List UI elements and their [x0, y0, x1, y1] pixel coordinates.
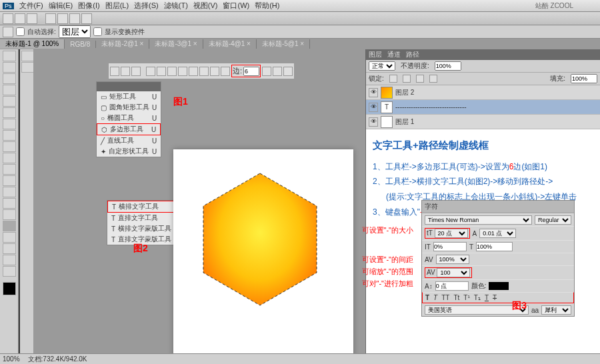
flyout-item[interactable]: ▭矩形工具U — [97, 91, 161, 102]
opt-btn[interactable] — [273, 67, 282, 76]
brush-tool[interactable] — [3, 130, 16, 141]
opt-btn[interactable] — [110, 67, 119, 76]
font-style[interactable]: Regular — [535, 215, 571, 225]
toolbar-btn[interactable] — [15, 13, 25, 24]
baseline[interactable] — [435, 281, 469, 291]
wand-tool[interactable] — [3, 85, 16, 95]
lasso-tool[interactable] — [3, 73, 16, 84]
menu-image[interactable]: 图像(I) — [78, 1, 99, 11]
font-family[interactable]: Times New Roman — [425, 215, 532, 225]
visibility-icon[interactable]: 👁 — [369, 117, 378, 127]
blend-mode[interactable]: 正常 — [369, 61, 395, 71]
lock-icon[interactable] — [389, 75, 397, 83]
menu-edit[interactable]: 编辑(E) — [49, 1, 73, 11]
zoom-tool[interactable] — [3, 266, 16, 277]
bold-btn[interactable]: T — [425, 294, 429, 301]
doc-tab[interactable]: 未标题-2@1 × — [96, 39, 149, 49]
doc-tab[interactable]: 未标题-5@1 × — [257, 39, 310, 49]
opt-btn[interactable] — [146, 67, 155, 76]
history-brush-tool[interactable] — [3, 153, 16, 163]
layer-row[interactable]: 👁 图层 1 — [366, 115, 600, 129]
flyout-item[interactable]: ✦自定形状工具U — [97, 146, 161, 157]
doc-tab[interactable]: RGB/8 — [65, 41, 96, 48]
move-tool[interactable] — [3, 51, 16, 61]
opt-btn[interactable] — [178, 67, 187, 76]
opt-btn[interactable] — [167, 67, 177, 76]
doc-tab[interactable]: 未标题-4@1 × — [203, 39, 257, 49]
mini-tool[interactable] — [21, 62, 35, 73]
auto-select-checkbox[interactable] — [16, 27, 25, 36]
zoom-level[interactable]: 100% — [3, 355, 20, 363]
opt-btn[interactable] — [121, 67, 130, 76]
lock-icon[interactable] — [403, 75, 411, 83]
path-select-tool[interactable] — [3, 232, 16, 243]
artboard[interactable] — [173, 149, 353, 363]
menu-window[interactable]: 窗口(W) — [223, 1, 249, 11]
crop-tool[interactable] — [3, 96, 16, 107]
opt-btn[interactable] — [199, 67, 209, 76]
visibility-icon[interactable]: 👁 — [369, 88, 378, 97]
type-tool[interactable] — [3, 221, 16, 231]
flyout-item-htype[interactable]: T横排文字工具 — [107, 201, 175, 213]
super-btn[interactable]: T¹ — [463, 294, 469, 301]
shape-tool[interactable] — [3, 243, 16, 254]
layer-row[interactable]: 👁 图层 2 — [366, 85, 600, 100]
auto-select-mode[interactable]: 图层 — [59, 25, 91, 38]
layer-row[interactable]: 👁 T -------------------------------- — [366, 100, 600, 115]
flyout-item[interactable]: ○椭圆工具U — [97, 113, 161, 123]
opt-btn[interactable] — [262, 67, 271, 76]
toolbar-btn[interactable] — [57, 13, 68, 24]
show-transform-checkbox[interactable] — [93, 27, 102, 36]
smallcaps-btn[interactable]: Tt — [453, 294, 459, 301]
opt-btn[interactable] — [157, 67, 166, 76]
opt-btn[interactable] — [221, 67, 230, 76]
italic-btn[interactable]: T — [433, 294, 437, 301]
caps-btn[interactable]: TT — [441, 294, 449, 301]
underline-btn[interactable]: T — [485, 294, 489, 301]
doc-tab[interactable]: 未标题-1 @ 100% — [0, 39, 65, 49]
dodge-tool[interactable] — [3, 198, 16, 209]
menu-filter[interactable]: 滤镜(T) — [164, 1, 188, 11]
tab-layers[interactable]: 图层 — [369, 50, 382, 59]
tracking[interactable]: 100% — [436, 255, 469, 264]
heal-tool[interactable] — [3, 119, 16, 129]
opt-btn[interactable] — [283, 67, 293, 76]
hscale[interactable]: 100 — [437, 268, 470, 277]
opt-btn[interactable] — [131, 67, 141, 76]
menu-view[interactable]: 视图(V) — [193, 1, 218, 11]
toolbar-btn[interactable] — [27, 13, 37, 24]
menu-file[interactable]: 文件(F) — [19, 1, 43, 11]
sides-input[interactable] — [243, 67, 259, 76]
hand-tool[interactable] — [3, 255, 16, 265]
hexagon-shape[interactable] — [197, 169, 323, 309]
stamp-tool[interactable] — [3, 141, 16, 152]
mini-tool[interactable] — [21, 51, 35, 61]
kerning[interactable] — [476, 242, 513, 251]
blur-tool[interactable] — [3, 187, 16, 197]
toolbar-btn[interactable] — [45, 13, 56, 24]
lock-icon[interactable] — [429, 75, 437, 83]
leading[interactable]: 0.01 点 — [479, 229, 516, 238]
flyout-item[interactable]: ╱直线工具U — [97, 135, 161, 146]
menu-layer[interactable]: 图层(L) — [105, 1, 129, 11]
flyout-item-polygon[interactable]: ⬡多边形工具U — [97, 123, 161, 135]
opt-btn[interactable] — [210, 67, 219, 76]
lock-icon[interactable] — [416, 75, 424, 83]
flyout-item[interactable]: ▢圆角矩形工具U — [97, 102, 161, 113]
flyout-item[interactable]: T横排文字蒙版工具 — [107, 223, 175, 234]
menu-select[interactable]: 选择(S) — [134, 1, 159, 11]
opt-btn[interactable] — [189, 67, 198, 76]
vscale[interactable] — [433, 242, 467, 251]
pen-tool[interactable] — [3, 209, 16, 220]
toolbar-btn[interactable] — [81, 13, 92, 24]
strike-btn[interactable]: T — [493, 294, 497, 301]
color-swatch[interactable] — [3, 282, 16, 295]
sub-btn[interactable]: T₁ — [474, 294, 481, 301]
gradient-tool[interactable] — [3, 175, 16, 186]
antialias[interactable]: 犀利 — [541, 305, 571, 315]
marquee-tool[interactable] — [3, 62, 16, 73]
doc-tab[interactable]: 未标题-3@1 × — [149, 39, 203, 49]
color-swatch[interactable] — [489, 282, 509, 290]
eraser-tool[interactable] — [3, 164, 16, 175]
flyout-item[interactable]: T直排文字工具 — [107, 213, 175, 223]
